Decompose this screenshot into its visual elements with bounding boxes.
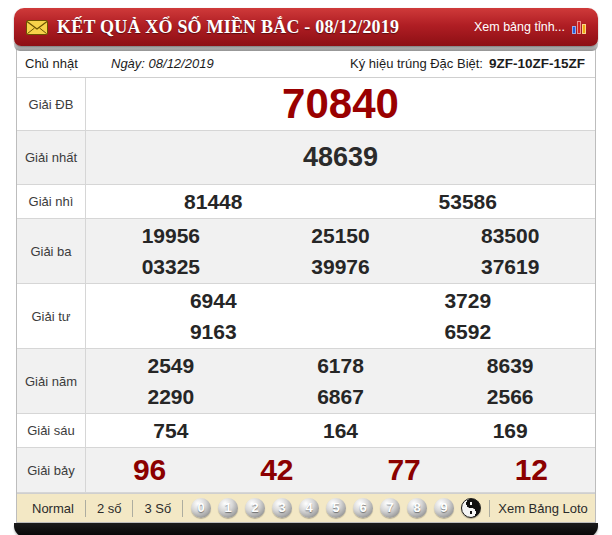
- date-label: Ngày: 08/12/2019: [111, 56, 214, 71]
- prize-number: 25150: [256, 220, 426, 251]
- results-table: Giải ĐB70840Giải nhất48639Giải nhì814485…: [17, 78, 595, 493]
- prize-number: 03325: [86, 251, 256, 282]
- prize-number: 70840: [86, 79, 595, 129]
- digit-button-5[interactable]: 5: [326, 498, 346, 518]
- loto-table-link[interactable]: Xem Bảng Loto: [490, 501, 596, 516]
- digit-button-4[interactable]: 4: [299, 498, 319, 518]
- prize-row: Giải nhất48639: [17, 131, 595, 185]
- bar-chart-icon: [572, 21, 586, 34]
- prize-number: 169: [425, 415, 595, 446]
- province-table-link[interactable]: Xem bảng tỉnh...: [474, 20, 586, 34]
- lottery-result-widget: KẾT QUẢ XỔ SỐ MIỀN BẮC - 08/12/2019 Xem …: [14, 8, 598, 535]
- prize-number: 3729: [341, 285, 596, 316]
- prize-number: 2566: [425, 381, 595, 412]
- prize-number: 42: [213, 449, 340, 491]
- prize-number: 37619: [425, 251, 595, 282]
- prize-label: Giải năm: [17, 349, 86, 413]
- digit-button-9[interactable]: 9: [434, 498, 454, 518]
- toolbar: Normal 2 số 3 Số 0123456789 Xem Bảng Lot…: [17, 493, 595, 522]
- prize-number: 2290: [86, 381, 256, 412]
- prize-number: 6944: [86, 285, 341, 316]
- info-row: Chủ nhật Ngày: 08/12/2019 Ký hiệu trúng …: [17, 50, 595, 78]
- mode-button-2so[interactable]: 2 số: [86, 501, 133, 516]
- header-bar: KẾT QUẢ XỔ SỐ MIỀN BẮC - 08/12/2019 Xem …: [14, 8, 598, 46]
- mode-button-3so[interactable]: 3 Số: [133, 501, 182, 516]
- prize-number: 6178: [256, 350, 426, 381]
- digit-button-7[interactable]: 7: [380, 498, 400, 518]
- prize-label: Giải sáu: [17, 414, 86, 447]
- prize-row: Giải bảy96427712: [17, 448, 595, 493]
- prize-number: 9163: [86, 316, 341, 347]
- prize-number: 48639: [86, 132, 595, 183]
- prize-number: 8639: [425, 350, 595, 381]
- prize-number: 6867: [256, 381, 426, 412]
- prize-label: Giải tư: [17, 284, 86, 348]
- prize-number: 164: [256, 415, 426, 446]
- prize-number: 19956: [86, 220, 256, 251]
- prize-number: 754: [86, 415, 256, 446]
- bottom-bar: [14, 523, 598, 535]
- prize-number: 6592: [341, 316, 596, 347]
- prize-label: Giải nhất: [17, 131, 86, 184]
- special-symbol-value: 9ZF-10ZF-15ZF: [489, 56, 585, 71]
- weekday-label: Chủ nhật: [25, 56, 111, 71]
- prize-number: 77: [341, 449, 468, 491]
- prize-number: 53586: [341, 186, 596, 217]
- prize-label: Giải ba: [17, 219, 86, 283]
- yin-yang-button[interactable]: [461, 498, 481, 518]
- special-symbol-label: Ký hiệu trúng Đặc Biệt:: [350, 56, 483, 71]
- digit-button-6[interactable]: 6: [353, 498, 373, 518]
- prize-row: Giải năm254961788639229068672566: [17, 349, 595, 414]
- digit-button-8[interactable]: 8: [407, 498, 427, 518]
- digit-button-2[interactable]: 2: [245, 498, 265, 518]
- prize-number: 12: [468, 449, 595, 491]
- digit-button-3[interactable]: 3: [272, 498, 292, 518]
- prize-row: Giải tư6944372991636592: [17, 284, 595, 349]
- prize-label: Giải nhì: [17, 185, 86, 218]
- prize-row: Giải sáu754164169: [17, 414, 595, 448]
- prize-label: Giải ĐB: [17, 78, 86, 130]
- prize-number: 2549: [86, 350, 256, 381]
- prize-number: 81448: [86, 186, 341, 217]
- prize-number: 96: [86, 449, 213, 491]
- prize-label: Giải bảy: [17, 448, 86, 492]
- page-title: KẾT QUẢ XỔ SỐ MIỀN BẮC - 08/12/2019: [57, 17, 399, 38]
- province-table-link-label: Xem bảng tỉnh...: [474, 20, 565, 34]
- prize-number: 83500: [425, 220, 595, 251]
- envelope-icon: [26, 20, 48, 35]
- mode-button-normal[interactable]: Normal: [21, 501, 85, 516]
- prize-row: Giải ĐB70840: [17, 78, 595, 131]
- results-panel: Chủ nhật Ngày: 08/12/2019 Ký hiệu trúng …: [16, 50, 596, 523]
- prize-number: 39976: [256, 251, 426, 282]
- digit-button-0[interactable]: 0: [191, 498, 211, 518]
- prize-row: Giải nhì8144853586: [17, 185, 595, 219]
- digit-buttons: 0123456789: [183, 498, 489, 518]
- digit-button-1[interactable]: 1: [218, 498, 238, 518]
- prize-row: Giải ba199562515083500033253997637619: [17, 219, 595, 284]
